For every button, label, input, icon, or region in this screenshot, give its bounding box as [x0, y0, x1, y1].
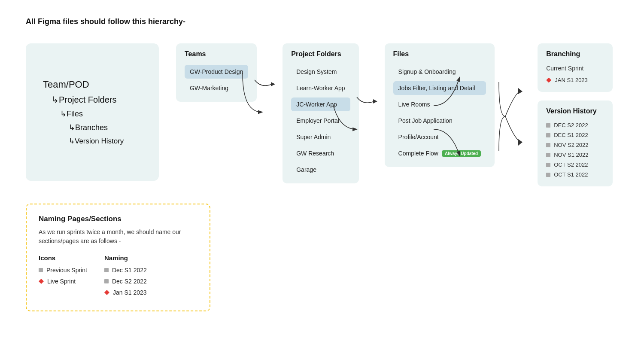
prev-sprint-icon-4 [546, 163, 550, 167]
vh-item-3: NOV S1 2022 [546, 150, 604, 160]
naming-item-0: Dec S1 2022 [104, 267, 147, 274]
svg-marker-0 [271, 82, 275, 86]
current-sprint-box: Branching Current Sprint JAN S1 2023 [538, 43, 613, 92]
icon-item-prev: Previous Sprint [39, 267, 87, 274]
vh-item-2: NOV S2 2022 [546, 140, 604, 150]
naming-title: Naming Pages/Sections [39, 215, 197, 223]
current-sprint-date: JAN S1 2023 [555, 77, 588, 83]
team-item-0: GW-Product Design [185, 65, 248, 79]
version-history-title: Version History [546, 107, 604, 115]
svg-marker-3 [518, 139, 522, 146]
project-folders-box: Project Folders Design System Learn-Work… [283, 43, 358, 183]
naming-item-1: Dec S2 2022 [104, 278, 147, 285]
vh-item-1: DEC S1 2022 [546, 130, 604, 140]
prev-sprint-icon-5 [546, 173, 550, 177]
prev-sprint-icon-1 [546, 133, 550, 137]
naming-icon-1 [104, 279, 109, 283]
icon-item-live: Live Sprint [39, 278, 87, 285]
pf-item-5: GW Research [291, 146, 350, 160]
file-item-1: Jobs Filter, Listing and Detail [393, 81, 486, 95]
prev-sprint-icon-2 [546, 143, 550, 147]
project-folders-section: Project Folders Design System Learn-Work… [283, 43, 358, 183]
naming-description: As we run sprints twice a month, we shou… [39, 228, 197, 246]
pf-item-0: Design System [291, 65, 350, 79]
hierarchy-item-version: ↳Version History [43, 137, 142, 146]
vh-item-0: DEC S2 2022 [546, 120, 604, 130]
file-item-3: Post Job Application [393, 114, 486, 128]
live-sprint-icon [546, 78, 551, 83]
file-item-2: Live Rooms [393, 97, 486, 111]
teams-title: Teams [185, 50, 248, 58]
file-item-0: Signup & Onboarding [393, 65, 486, 79]
pf-item-3: Employer Portal [291, 114, 350, 128]
always-updated-badge: Always Updated [442, 150, 481, 157]
prev-sprint-icon-3 [546, 153, 550, 157]
icons-col-title: Icons [39, 254, 87, 262]
teams-box: Teams GW-Product Design GW-Marketing [176, 43, 257, 102]
files-box: Files Signup & Onboarding Jobs Filter, L… [385, 43, 495, 167]
branching-title: Branching [546, 50, 604, 58]
pf-item-1: Learn-Worker App [291, 81, 350, 95]
pf-item-6: Garage [291, 163, 350, 177]
hierarchy-item-branches: ↳Branches [43, 123, 142, 132]
arrow-2 [357, 43, 378, 108]
files-section: Files Signup & Onboarding Jobs Filter, L… [385, 43, 495, 167]
pf-item-2: JC-Worker App [291, 97, 350, 111]
project-folders-title: Project Folders [291, 50, 350, 58]
vh-item-5: OCT S1 2022 [546, 170, 604, 180]
naming-column: Naming Dec S1 2022 Dec S2 2022 Jan S1 20… [104, 254, 147, 300]
hierarchy-box: Team/POD ↳Project Folders ↳Files ↳Branch… [26, 43, 159, 181]
file-item-4: Profile/Account [393, 130, 486, 144]
naming-icon-2 [104, 290, 109, 295]
naming-box: Naming Pages/Sections As we run sprints … [26, 204, 210, 311]
files-title: Files [393, 50, 486, 58]
version-history-box: Version History DEC S2 2022 DEC S1 2022 … [538, 100, 613, 186]
file-item-5: Complete Flow Always Updated [393, 146, 486, 160]
live-icon-symbol [39, 279, 44, 284]
brace-arrows [497, 43, 522, 164]
team-item-1: GW-Marketing [185, 81, 248, 95]
hierarchy-item-team: Team/POD [43, 79, 142, 90]
prev-icon-symbol [39, 268, 43, 272]
naming-icon-0 [104, 268, 109, 272]
naming-item-2: Jan S1 2023 [104, 289, 147, 296]
prev-sprint-icon-0 [546, 123, 550, 128]
current-sprint-item: JAN S1 2023 [546, 75, 604, 85]
svg-marker-1 [373, 99, 377, 104]
current-sprint-text: Current Sprint [546, 65, 583, 72]
teams-section: Teams GW-Product Design GW-Marketing [176, 43, 257, 102]
current-sprint-label: Current Sprint [546, 63, 604, 73]
page-title: All Figma files should follow this hiera… [26, 17, 618, 26]
hierarchy-item-folders: ↳Project Folders [43, 94, 142, 105]
vh-item-4: OCT S2 2022 [546, 160, 604, 170]
branching-section: Branching Current Sprint JAN S1 2023 Ver… [538, 43, 613, 186]
icons-column: Icons Previous Sprint Live Sprint [39, 254, 87, 300]
naming-col-title: Naming [104, 254, 147, 262]
hierarchy-item-files: ↳Files [43, 109, 142, 119]
arrow-1 [255, 43, 276, 91]
pf-item-4: Super Admin [291, 130, 350, 144]
svg-marker-2 [518, 88, 522, 94]
